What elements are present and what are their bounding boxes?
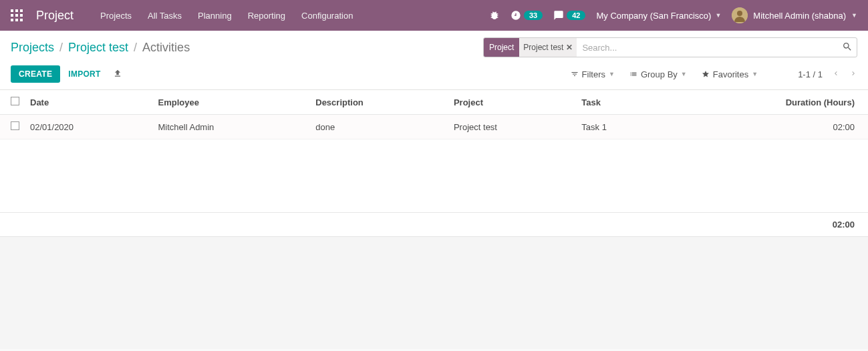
facet-value: Project test	[523, 43, 563, 52]
company-switcher[interactable]: My Company (San Francisco) ▼	[596, 11, 721, 21]
svg-rect-2	[20, 9, 23, 12]
chevron-left-icon	[832, 69, 840, 77]
caret-down-icon: ▼	[715, 12, 721, 19]
pager-value[interactable]: 1-1 / 1	[798, 69, 823, 79]
row-checkbox-cell	[0, 115, 25, 139]
favorites-dropdown[interactable]: Favorites ▼	[702, 69, 758, 79]
breadcrumb-separator: /	[59, 41, 63, 55]
table-row[interactable]: 02/01/2020 Mitchell Admin done Project t…	[0, 115, 868, 139]
header-description[interactable]: Description	[310, 90, 448, 115]
upload-icon[interactable]	[113, 69, 122, 80]
nav-item-planning[interactable]: Planning	[198, 11, 232, 21]
cell-description: done	[310, 115, 448, 139]
svg-rect-7	[15, 19, 18, 21]
messages-button[interactable]: 42	[553, 10, 585, 21]
cell-project: Project test	[448, 115, 576, 139]
breadcrumb-separator: /	[134, 41, 137, 55]
activities-button[interactable]: 33	[511, 10, 543, 21]
breadcrumb: Projects / Project test / Activities	[11, 41, 190, 55]
svg-rect-5	[20, 14, 23, 17]
apps-icon[interactable]	[11, 9, 23, 21]
facet-remove-icon[interactable]: ✕	[566, 43, 573, 52]
caret-down-icon: ▼	[752, 71, 758, 77]
search-input[interactable]	[577, 43, 842, 53]
user-name: Mitchell Admin (shabna)	[753, 11, 846, 21]
import-button[interactable]: IMPORT	[60, 65, 108, 83]
funnel-icon	[571, 70, 579, 78]
activities-badge: 33	[524, 11, 543, 20]
nav-item-all-tasks[interactable]: All Tasks	[148, 11, 182, 21]
pager: 1-1 / 1	[758, 69, 857, 79]
pager-prev[interactable]	[832, 69, 840, 79]
facet-label: Project	[484, 38, 519, 57]
cell-duration: 02:00	[661, 115, 868, 139]
app-brand[interactable]: Project	[36, 9, 74, 23]
search-icon[interactable]	[842, 41, 853, 54]
header-checkbox-cell	[0, 90, 25, 115]
nav-item-projects[interactable]: Projects	[100, 11, 132, 21]
nav-right: 33 42 My Company (San Francisco) ▼ Mitch…	[489, 7, 857, 23]
activity-table: Date Employee Description Project Task D…	[0, 90, 868, 139]
select-all-checkbox[interactable]	[11, 97, 19, 105]
bug-icon[interactable]	[489, 10, 500, 21]
favorites-label: Favorites	[713, 69, 748, 79]
total-duration: 02:00	[833, 220, 855, 230]
avatar	[732, 7, 748, 23]
list-icon	[629, 70, 637, 78]
table-header-row: Date Employee Description Project Task D…	[0, 90, 868, 115]
svg-rect-4	[15, 14, 18, 17]
nav-menu: Projects All Tasks Planning Reporting Co…	[100, 11, 353, 21]
header-project[interactable]: Project	[448, 90, 576, 115]
group-by-label: Group By	[641, 69, 678, 79]
search-bar: Project Project test ✕	[483, 37, 857, 57]
breadcrumb-projects[interactable]: Projects	[11, 41, 54, 55]
blank-rows	[0, 139, 868, 213]
top-navbar: Project Projects All Tasks Planning Repo…	[0, 0, 868, 31]
chevron-right-icon	[849, 69, 857, 77]
svg-rect-6	[11, 19, 13, 21]
row-checkbox[interactable]	[11, 121, 19, 130]
breadcrumb-project-test[interactable]: Project test	[68, 41, 128, 55]
pager-next[interactable]	[849, 69, 857, 79]
caret-down-icon: ▼	[681, 71, 687, 77]
nav-item-configuration[interactable]: Configuration	[301, 11, 353, 21]
header-task[interactable]: Task	[576, 90, 661, 115]
svg-rect-8	[20, 19, 23, 21]
caret-down-icon: ▼	[609, 71, 615, 77]
nav-item-reporting[interactable]: Reporting	[248, 11, 285, 21]
header-date[interactable]: Date	[25, 90, 153, 115]
header-duration[interactable]: Duration (Hours)	[661, 90, 868, 115]
control-panel: Projects / Project test / Activities Pro…	[0, 31, 868, 90]
table-footer: 02:00	[0, 213, 868, 237]
user-menu[interactable]: Mitchell Admin (shabna) ▼	[732, 7, 857, 23]
svg-point-10	[737, 11, 742, 16]
search-options: Filters ▼ Group By ▼ Favorites ▼	[571, 69, 758, 79]
svg-rect-1	[15, 9, 18, 12]
company-name: My Company (San Francisco)	[596, 11, 711, 21]
svg-rect-3	[11, 14, 13, 17]
cell-task: Task 1	[576, 115, 661, 139]
filters-dropdown[interactable]: Filters ▼	[571, 69, 615, 79]
bottom-space	[0, 237, 868, 349]
cell-employee: Mitchell Admin	[153, 115, 311, 139]
breadcrumb-current: Activities	[142, 41, 190, 55]
create-button[interactable]: CREATE	[11, 65, 60, 83]
cell-date: 02/01/2020	[25, 115, 153, 139]
caret-down-icon: ▼	[851, 12, 857, 19]
messages-badge: 42	[567, 11, 585, 20]
group-by-dropdown[interactable]: Group By ▼	[629, 69, 687, 79]
facet-value-wrap: Project test ✕	[519, 38, 577, 57]
header-employee[interactable]: Employee	[153, 90, 311, 115]
list-view: Date Employee Description Project Task D…	[0, 90, 868, 237]
search-facet: Project Project test ✕	[484, 38, 577, 57]
svg-rect-0	[11, 9, 13, 12]
filters-label: Filters	[582, 69, 605, 79]
star-icon	[702, 70, 710, 78]
